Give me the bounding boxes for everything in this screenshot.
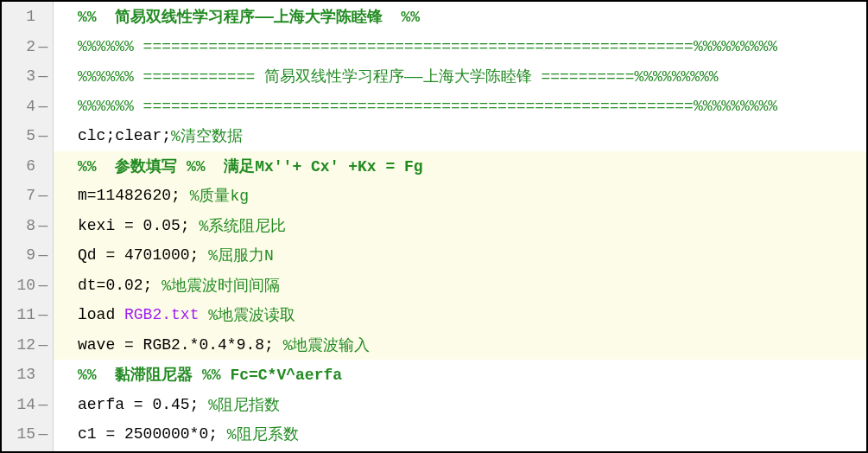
gutter-row: 4— xyxy=(2,92,53,122)
line-number: 10 xyxy=(13,277,37,294)
code-span: dt=0.02; xyxy=(78,277,162,294)
gutter-row: 2— xyxy=(2,32,53,62)
gutter-row: 8— xyxy=(2,211,53,241)
code-line[interactable]: %%%%%% =================================… xyxy=(54,92,866,122)
code-line[interactable]: %%%%%% =================================… xyxy=(54,32,866,62)
fold-mark: — xyxy=(37,336,49,354)
code-editor: 12—3—4—5—67—8—9—10—11—12—1314—15— %% 简易双… xyxy=(2,2,866,451)
line-number: 13 xyxy=(13,366,37,383)
code-span: %%%%%% =================================… xyxy=(78,38,777,55)
code-span: RGB2.txt xyxy=(124,306,208,323)
code-span: load xyxy=(78,306,124,323)
fold-mark: — xyxy=(37,38,49,55)
line-number: 11 xyxy=(13,306,37,323)
code-line[interactable]: m=11482620; %质量kg xyxy=(54,181,866,211)
code-span: %屈服力N xyxy=(208,245,274,265)
gutter-row: 6 xyxy=(2,151,53,182)
line-number: 15 xyxy=(13,425,37,443)
gutter-row: 9— xyxy=(2,240,53,271)
code-line[interactable]: clc;clear;%清空数据 xyxy=(54,121,866,151)
line-number: 4 xyxy=(13,98,37,115)
fold-mark: — xyxy=(37,306,49,323)
code-line[interactable]: %% 参数填写 %% 满足Mx''+ Cx' +Kx = Fg xyxy=(54,151,866,182)
fold-mark: — xyxy=(37,67,49,85)
code-span: c1 = 2500000*0; xyxy=(78,425,227,443)
code-span: %质量kg xyxy=(190,185,249,206)
line-number: 6 xyxy=(13,157,37,175)
code-span: %系统阻尼比 xyxy=(199,215,286,236)
code-span: %%%%%% =================================… xyxy=(78,98,777,115)
line-number: 7 xyxy=(13,187,37,204)
gutter-row: 7— xyxy=(2,181,53,211)
line-number: 1 xyxy=(13,8,37,25)
code-span: %阻尼系数 xyxy=(227,424,299,444)
code-span: kexi = 0.05; xyxy=(78,217,199,234)
fold-mark: — xyxy=(37,127,49,144)
fold-mark: — xyxy=(37,277,49,294)
gutter-row: 14— xyxy=(2,390,53,420)
code-line[interactable]: kexi = 0.05; %系统阻尼比 xyxy=(54,211,866,241)
code-span: m=11482620; xyxy=(78,187,190,204)
fold-mark: — xyxy=(37,246,49,264)
fold-mark: — xyxy=(37,217,49,234)
code-span: clc;clear; xyxy=(78,127,171,144)
gutter-row: 15— xyxy=(2,419,53,450)
code-line[interactable]: c1 = 2500000*0; %阻尼系数 xyxy=(54,419,866,450)
fold-mark: — xyxy=(37,187,49,204)
code-span: Qd = 4701000; xyxy=(78,246,208,264)
fold-mark: — xyxy=(37,425,49,443)
code-line[interactable]: wave = RGB2.*0.4*9.8; %地震波输入 xyxy=(54,330,866,360)
fold-mark: — xyxy=(37,396,49,413)
code-line[interactable]: load RGB2.txt %地震波读取 xyxy=(54,300,866,330)
code-line[interactable]: dt=0.02; %地震波时间间隔 xyxy=(54,271,866,301)
code-span: %地震波读取 xyxy=(208,304,295,325)
gutter-row: 13 xyxy=(2,360,53,390)
gutter-row: 10— xyxy=(2,271,53,301)
code-line[interactable]: %% 黏滞阻尼器 %% Fc=C*V^aerfa xyxy=(54,360,866,390)
gutter-row: 1 xyxy=(2,2,53,32)
gutter-row: 11— xyxy=(2,300,53,330)
code-span: aerfa = 0.45; xyxy=(78,396,208,413)
line-number: 5 xyxy=(13,127,37,144)
line-number: 14 xyxy=(13,396,37,413)
code-span: %% 黏滞阻尼器 %% Fc=C*V^aerfa xyxy=(78,364,342,385)
line-number: 2 xyxy=(13,38,37,55)
code-line[interactable]: %%%%%% ============ 简易双线性学习程序——上海大学陈睦锋 =… xyxy=(54,61,866,92)
gutter-row: 12— xyxy=(2,330,53,360)
code-span: %%%%%% ============ 简易双线性学习程序——上海大学陈睦锋 =… xyxy=(78,66,719,86)
line-number: 3 xyxy=(13,67,37,85)
code-span: %% 参数填写 %% 满足Mx''+ Cx' +Kx = Fg xyxy=(78,156,423,176)
line-number: 9 xyxy=(13,246,37,264)
code-span: %% 简易双线性学习程序——上海大学陈睦锋 %% xyxy=(78,6,420,27)
code-line[interactable]: Qd = 4701000; %屈服力N xyxy=(54,240,866,271)
code-span: %阻尼指数 xyxy=(208,394,280,415)
code-span: wave = RGB2.*0.4*9.8; xyxy=(78,336,283,354)
line-number: 12 xyxy=(13,336,37,354)
code-line[interactable]: aerfa = 0.45; %阻尼指数 xyxy=(54,390,866,420)
code-span: %地震波输入 xyxy=(283,335,371,355)
gutter-row: 3— xyxy=(2,61,53,92)
fold-mark: — xyxy=(37,98,49,115)
code-line[interactable]: %% 简易双线性学习程序——上海大学陈睦锋 %% xyxy=(54,2,866,32)
gutter-row: 5— xyxy=(2,121,53,151)
line-number: 8 xyxy=(13,217,37,234)
code-span: %地震波时间间隔 xyxy=(162,275,280,296)
line-gutter: 12—3—4—5—67—8—9—10—11—12—1314—15— xyxy=(2,2,54,451)
code-area[interactable]: %% 简易双线性学习程序——上海大学陈睦锋 %%%%%%%% =========… xyxy=(54,2,866,451)
code-span: %清空数据 xyxy=(171,125,243,146)
